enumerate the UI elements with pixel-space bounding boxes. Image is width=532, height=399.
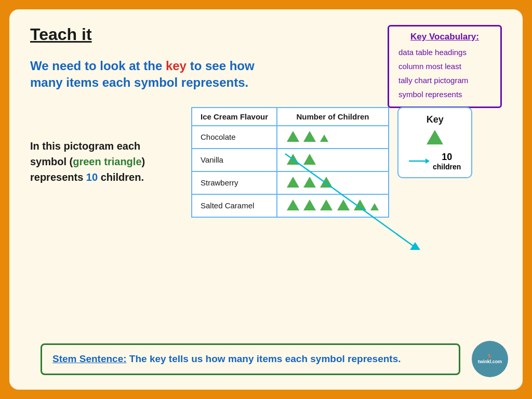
stem-label: Stem Sentence: <box>52 353 127 364</box>
table-row: Chocolate <box>192 126 389 149</box>
triangle-icon <box>287 131 299 142</box>
page-title: Teach it <box>30 25 92 44</box>
triangle-icon <box>320 200 332 210</box>
triangle-icon <box>303 200 316 210</box>
triangles-vanilla <box>277 149 389 171</box>
triangle-icon <box>303 154 316 165</box>
svg-marker-3 <box>410 242 420 250</box>
stem-text: Stem Sentence: The key tells us how many… <box>52 353 401 364</box>
vocab-line3: tally chart pictogram <box>398 73 491 87</box>
flavour-vanilla: Vanilla <box>192 149 277 171</box>
flavour-salted-caramel: Salted Caramel <box>192 194 277 217</box>
triangles-strawberry <box>277 171 389 194</box>
explain-green: green triangle <box>73 156 141 167</box>
vocab-words: data table headings column most least ta… <box>398 45 491 101</box>
arrow-icon <box>409 156 430 166</box>
explain-number: 10 <box>86 171 98 183</box>
key-box: Key 10 children <box>397 107 472 178</box>
vocab-line1: data table headings <box>398 45 491 59</box>
key-number: 10 children <box>433 152 461 171</box>
triangle-icon <box>320 177 332 188</box>
vocab-box: Key Vocabulary: data table headings colu… <box>388 25 502 108</box>
key-label: Key <box>409 114 461 125</box>
triangle-icon <box>337 200 350 210</box>
instruction-keyword: key <box>166 59 187 73</box>
vocab-title: Key Vocabulary: <box>398 32 491 42</box>
table-row: Vanilla <box>192 149 389 171</box>
vocab-line2: column most least <box>398 59 491 73</box>
instruction-text: We need to look at the key to see how ma… <box>30 58 290 91</box>
triangles-chocolate <box>277 126 389 149</box>
stem-body: The key tells us how many items each sym… <box>127 353 401 364</box>
twinkl-text: 🦌twinkl.com <box>478 354 502 364</box>
triangles-salted-caramel <box>277 194 389 217</box>
table-row: Strawberry <box>192 171 389 194</box>
svg-marker-1 <box>425 158 430 164</box>
twinkl-logo: 🦌twinkl.com <box>472 341 508 377</box>
vocab-line4: symbol represents <box>398 87 491 101</box>
explain-part3: children. <box>98 171 144 183</box>
key-triangle-icon <box>427 130 443 144</box>
middle-section: In this pictogram each symbol (green tri… <box>30 107 502 218</box>
instruction-part1: We need to look at the <box>30 59 166 73</box>
triangle-icon <box>287 200 299 210</box>
triangle-half-icon <box>370 203 379 210</box>
triangle-icon <box>287 154 299 165</box>
left-explain: In this pictogram each symbol (green tri… <box>30 107 170 185</box>
triangle-half-icon <box>320 135 328 142</box>
table-row: Salted Caramel <box>192 194 389 217</box>
flavour-chocolate: Chocolate <box>192 126 277 149</box>
flavour-strawberry: Strawberry <box>192 171 277 194</box>
stem-sentence-box: Stem Sentence: The key tells us how many… <box>41 343 460 375</box>
triangle-icon <box>287 177 299 188</box>
main-card: Teach it Key Vocabulary: data table head… <box>9 9 523 390</box>
pictogram-area: Ice Cream Flavour Number of Children Cho… <box>191 107 502 218</box>
col2-header: Number of Children <box>277 108 389 126</box>
triangle-icon <box>354 200 366 210</box>
triangle-icon <box>303 177 316 188</box>
triangle-icon <box>303 131 316 142</box>
col1-header: Ice Cream Flavour <box>192 108 277 126</box>
pictogram-table: Ice Cream Flavour Number of Children Cho… <box>191 107 389 218</box>
